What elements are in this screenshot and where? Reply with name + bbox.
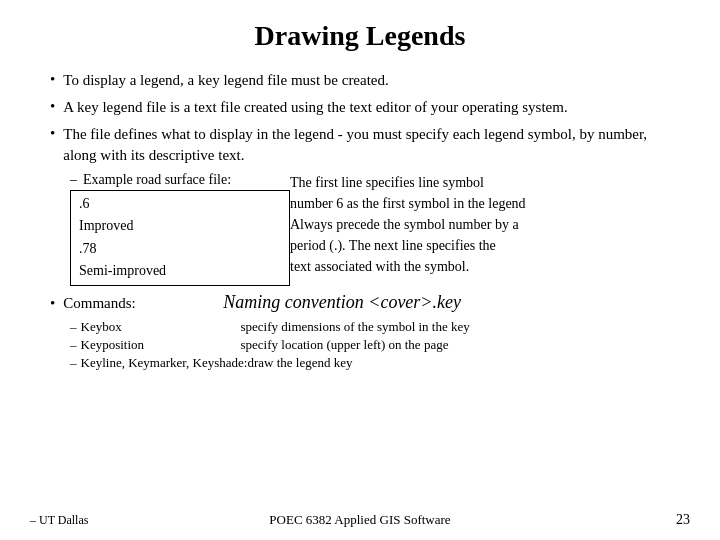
desc-line-4: period (.). The next line specifies the — [290, 235, 670, 256]
example-section: – Example road surface file: .6 Improved… — [70, 172, 670, 286]
sub-cmd-key-1: Keybox — [81, 319, 241, 335]
example-line-2: Improved — [79, 215, 281, 237]
desc-line-3: Always precede the symbol number by a — [290, 214, 670, 235]
desc-line-1: The first line specifies line symbol — [290, 172, 670, 193]
bullet-text-2: A key legend file is a text file created… — [63, 97, 670, 118]
sub-cmd-dash-2: – — [70, 337, 77, 353]
bullet-item-3: • The file defines what to display in th… — [50, 124, 670, 166]
example-left: – Example road surface file: .6 Improved… — [70, 172, 290, 286]
example-box: .6 Improved .78 Semi-improved — [70, 190, 290, 286]
example-right: The first line specifies line symbol num… — [290, 172, 670, 286]
commands-row: • Commands: Naming convention <cover>.ke… — [50, 292, 670, 313]
sub-commands-list: – Keybox specify dimensions of the symbo… — [70, 319, 670, 371]
sub-cmd-dash-1: – — [70, 319, 77, 335]
main-bullet-list: • To display a legend, a key legend file… — [50, 70, 670, 166]
sub-cmd-desc-2: specify location (upper left) on the pag… — [241, 337, 671, 353]
slide-page: Drawing Legends • To display a legend, a… — [0, 0, 720, 540]
commands-value: Naming convention <cover>.key — [223, 292, 461, 313]
bullet-text-1: To display a legend, a key legend file m… — [63, 70, 670, 91]
sub-cmd-dash-3: – — [70, 355, 77, 371]
bullet-item-2: • A key legend file is a text file creat… — [50, 97, 670, 118]
bullet-item-1: • To display a legend, a key legend file… — [50, 70, 670, 91]
example-label: Example road surface file: — [83, 172, 231, 188]
example-line-3: .78 — [79, 238, 281, 260]
slide-title: Drawing Legends — [50, 20, 670, 52]
bullet-dot-3: • — [50, 125, 55, 142]
bullet-dot-commands: • — [50, 295, 55, 312]
sub-cmd-key-3: Keyline, Keymarker, Keyshade: — [81, 355, 248, 371]
sub-cmd-row-3: – Keyline, Keymarker, Keyshade: draw the… — [70, 355, 670, 371]
footer-left: – UT Dallas — [30, 513, 88, 528]
desc-line-5: text associated with the symbol. — [290, 256, 670, 277]
footer-center: POEC 6382 Applied GIS Software — [269, 512, 450, 528]
sub-cmd-key-2: Keyposition — [81, 337, 241, 353]
example-dash-label: – Example road surface file: — [70, 172, 290, 188]
sub-cmd-desc-1: specify dimensions of the symbol in the … — [241, 319, 671, 335]
sub-cmd-desc-3: draw the legend key — [247, 355, 670, 371]
example-line-4: Semi-improved — [79, 260, 281, 282]
sub-cmd-row-1: – Keybox specify dimensions of the symbo… — [70, 319, 670, 335]
bullet-dot-2: • — [50, 98, 55, 115]
desc-line-2: number 6 as the first symbol in the lege… — [290, 193, 670, 214]
commands-label: Commands: — [63, 295, 223, 312]
bullet-text-3: The file defines what to display in the … — [63, 124, 670, 166]
example-line-1: .6 — [79, 193, 281, 215]
dash-icon: – — [70, 172, 77, 188]
footer-page-number: 23 — [676, 512, 690, 528]
sub-cmd-row-2: – Keyposition specify location (upper le… — [70, 337, 670, 353]
bullet-dot-1: • — [50, 71, 55, 88]
